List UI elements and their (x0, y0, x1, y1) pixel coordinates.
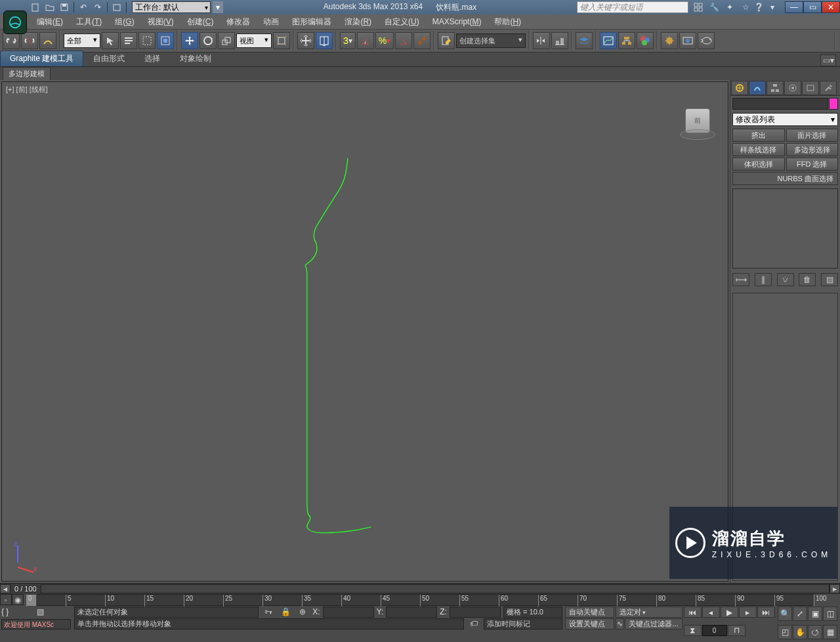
add-time-tag-button[interactable]: 添加时间标记 (484, 618, 562, 630)
zoom-extents-all-icon[interactable]: ◫ (823, 607, 837, 621)
prev-frame-icon[interactable]: ◂ (702, 607, 720, 618)
modifier-btn[interactable]: FFD 选择 (786, 158, 839, 171)
exchange-icon[interactable]: ✦ (723, 1, 737, 13)
max-viewport-icon[interactable]: ▦ (823, 625, 837, 639)
viewcube-ring-icon[interactable] (680, 129, 715, 140)
modifier-btn[interactable]: 样条线选择 (732, 143, 785, 156)
select-by-name-icon[interactable] (120, 32, 137, 49)
ref-coord-dropdown[interactable]: 视图 (236, 33, 272, 48)
help-dropdown-icon[interactable]: ▾ (765, 1, 780, 13)
modifier-btn[interactable]: 面片选择 (786, 129, 839, 142)
hierarchy-tab-icon[interactable] (766, 81, 784, 95)
timeline-mode1-icon[interactable]: ◦ (0, 594, 12, 605)
menu-创建[interactable]: 创建(C) (180, 15, 220, 29)
field-of-view-icon[interactable]: ◰ (778, 625, 792, 639)
bind-spacewarp-icon[interactable] (39, 32, 56, 49)
viewcube[interactable]: 前 (678, 108, 717, 148)
zoom-icon[interactable]: 🔍 (778, 607, 792, 621)
orbit-icon[interactable]: ⭯ (808, 625, 822, 639)
link-icon[interactable] (3, 32, 20, 49)
configure-sets-icon[interactable]: ▤ (821, 273, 838, 286)
modifier-btn[interactable]: 体积选择 (732, 158, 785, 171)
mirror-icon[interactable] (533, 32, 550, 49)
select-and-rotate-icon[interactable] (200, 32, 217, 49)
y-coord-input[interactable] (386, 607, 437, 618)
menu-帮助[interactable]: 帮助(H) (488, 15, 528, 29)
render-production-icon[interactable] (698, 32, 715, 49)
poly-modeling-button[interactable]: 多边形建模 (3, 67, 51, 81)
remove-modifier-icon[interactable]: 🗑 (799, 273, 816, 286)
time-tag-icon[interactable]: 🏷 (467, 618, 481, 630)
key-mode-toggle-icon[interactable]: ⊓ (728, 625, 746, 636)
wrench-icon[interactable]: 🔧 (707, 1, 721, 13)
x-coord-input[interactable] (323, 607, 374, 618)
utilities-tab-icon[interactable] (820, 81, 837, 95)
keyboard-shortcut-override-icon[interactable] (316, 32, 333, 49)
unlink-icon[interactable] (21, 32, 38, 49)
favorite-icon[interactable]: ☆ (738, 1, 753, 13)
hscroll-left-icon[interactable]: ◂ (0, 584, 10, 593)
named-selection-dropdown[interactable]: 创建选择集 (456, 33, 526, 48)
select-and-scale-icon[interactable] (218, 32, 235, 49)
nurbs-surface-select-button[interactable]: NURBS 曲面选择 (732, 172, 838, 185)
menu-编辑[interactable]: 编辑(E) (30, 15, 70, 29)
menu-MAXScript[interactable]: MAXScript(M) (426, 16, 488, 28)
modifier-stack[interactable] (732, 188, 838, 268)
qat-new-icon[interactable] (29, 1, 42, 13)
manipulate-icon[interactable] (297, 32, 314, 49)
ribbon-tab-2[interactable]: 选择 (135, 51, 170, 66)
window-crossing-icon[interactable] (157, 32, 174, 49)
menu-图形编辑器[interactable]: 图形编辑器 (285, 15, 338, 29)
qat-open-icon[interactable] (43, 1, 56, 13)
pivot-center-icon[interactable] (273, 32, 290, 49)
select-and-move-icon[interactable] (181, 32, 198, 49)
search-run-icon[interactable] (691, 1, 705, 13)
workspace-dropdown[interactable]: 工作台: 默认 (132, 1, 211, 13)
object-color-swatch[interactable] (829, 98, 838, 110)
app-icon[interactable] (3, 11, 27, 34)
motion-tab-icon[interactable] (784, 81, 801, 95)
modifier-btn[interactable]: 挤出 (732, 129, 785, 142)
play-icon[interactable]: ▶ (721, 607, 738, 618)
close-button[interactable]: ✕ (822, 1, 840, 13)
viewport[interactable]: [+] [前] [线框] 前 z x (1, 81, 728, 582)
edit-named-sel-icon[interactable] (413, 32, 430, 49)
minimize-button[interactable]: ― (785, 1, 803, 13)
material-editor-icon[interactable] (637, 32, 654, 49)
maximize-button[interactable]: ▭ (803, 1, 822, 13)
create-tab-icon[interactable] (731, 81, 748, 95)
menu-渲染[interactable]: 渲染(R) (338, 15, 378, 29)
modifier-list-dropdown[interactable]: 修改器列表 (732, 113, 838, 126)
auto-key-button[interactable]: 自动关键点 (565, 607, 614, 618)
ribbon-tab-1[interactable]: 自由形式 (83, 51, 135, 66)
modify-tab-icon[interactable] (749, 81, 766, 95)
menu-自定义[interactable]: 自定义(U) (378, 15, 426, 29)
pan-icon[interactable]: ✋ (793, 625, 807, 639)
qat-save-icon[interactable] (58, 1, 71, 13)
set-key-button[interactable]: 设置关键点 (565, 618, 614, 630)
selected-obj-dropdown[interactable]: 选定对 (616, 607, 682, 618)
mini-listener-prompt-icon[interactable]: ▤ (37, 607, 72, 618)
listener-line[interactable]: 欢迎使用 MAXSc (1, 619, 71, 630)
timeline-mode2-icon[interactable]: ◉ (12, 594, 24, 605)
workspace-expand-icon[interactable]: ▾ (213, 1, 223, 13)
zoom-extents-icon[interactable]: ▣ (808, 607, 822, 621)
zoom-all-icon[interactable]: ⤢ (793, 607, 807, 621)
select-object-icon[interactable] (102, 32, 119, 49)
qat-project-icon[interactable] (110, 1, 123, 13)
ribbon-tab-3[interactable]: 对象绘制 (170, 51, 221, 66)
time-ruler[interactable]: 0510152025303540455055606570758085909510… (26, 594, 814, 606)
render-setup-icon[interactable] (661, 32, 678, 49)
spinner-snap-icon[interactable] (395, 32, 412, 49)
align-icon[interactable] (551, 32, 568, 49)
render-frame-icon[interactable] (679, 32, 696, 49)
absolute-mode-icon[interactable]: ⊕ (295, 607, 310, 618)
mini-listener-toggle-icon[interactable]: { } (1, 607, 36, 618)
ribbon-tab-0[interactable]: Graphite 建模工具 (0, 51, 83, 66)
help-icon[interactable]: ❔ (754, 3, 764, 12)
next-frame-icon[interactable]: ▸ (739, 607, 757, 618)
current-frame-input[interactable] (702, 625, 727, 636)
info-search-input[interactable]: 键入关键字或短语 (577, 1, 688, 13)
qat-redo-icon[interactable]: ↷ (91, 1, 104, 13)
hscroll-track[interactable] (41, 584, 830, 593)
